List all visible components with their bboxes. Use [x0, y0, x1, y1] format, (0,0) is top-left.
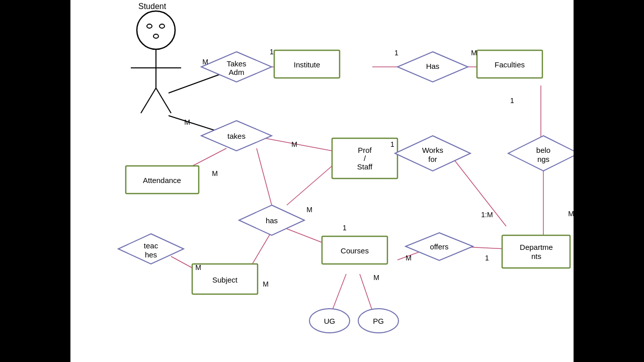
entity-attendance-label: Attendance	[143, 176, 181, 185]
card-m8: M	[406, 254, 412, 262]
card-1e: 1	[343, 224, 347, 232]
svg-line-26	[141, 88, 156, 113]
oval-pg-label: PG	[373, 317, 384, 325]
entity-subject-label: Subject	[212, 276, 238, 284]
card-m5: M	[306, 206, 312, 214]
svg-point-23	[153, 34, 158, 38]
card-m7: M	[568, 210, 574, 218]
rel-teaches-line2: hes	[145, 250, 157, 259]
card-1d: 1	[390, 140, 394, 148]
entity-institute-label: Institute	[294, 60, 320, 69]
rel-teaches-line1: teac	[144, 241, 158, 250]
card-m2: M	[184, 118, 190, 126]
svg-line-10	[450, 155, 506, 226]
card-m9: M	[195, 263, 201, 272]
entity-departments-line1: Departme	[520, 243, 553, 251]
card-m6: M	[373, 274, 379, 282]
svg-point-20	[137, 11, 175, 49]
rel-takes-label: takes	[227, 132, 246, 140]
rel-belongs-line2: ngs	[537, 155, 549, 163]
student-label: Student	[138, 2, 167, 11]
card-mb: M	[471, 49, 477, 57]
card-m4: M	[212, 169, 218, 177]
svg-line-27	[156, 88, 171, 113]
entity-prof-staff-line3: Staff	[357, 162, 373, 171]
entity-faculties-label: Faculties	[495, 60, 525, 69]
er-diagram-svg: Student Institute Faculties Prof / Staff…	[70, 0, 574, 362]
entity-courses-label: Courses	[341, 246, 369, 255]
rel-offers-label: offers	[430, 242, 448, 251]
er-diagram-canvas: Student Institute Faculties Prof / Staff…	[70, 0, 574, 362]
card-1c: 1	[510, 97, 514, 105]
entity-prof-staff-line1: Prof	[358, 146, 372, 154]
card-1m: 1:M	[481, 211, 493, 219]
card-1b: 1	[394, 49, 398, 57]
svg-point-21	[147, 24, 152, 28]
oval-ug-label: UG	[324, 317, 336, 325]
svg-line-0	[169, 73, 224, 93]
rel-has2-label: has	[266, 216, 278, 225]
svg-line-19	[360, 274, 372, 311]
svg-point-22	[159, 24, 165, 28]
rel-takes-adm-line1: Takes	[226, 59, 246, 68]
rel-takes-adm-line2: Adm	[229, 68, 245, 76]
rel-works-for-line2: for	[428, 155, 437, 163]
card-m10: M	[263, 280, 269, 288]
svg-line-11	[257, 148, 272, 205]
svg-line-18	[332, 274, 346, 311]
rel-has-label: Has	[426, 62, 440, 70]
card-1f: 1	[485, 254, 489, 262]
rel-works-for-line1: Works	[422, 146, 443, 154]
rel-belongs-line1: belo	[536, 146, 550, 154]
card-1a: 1	[270, 48, 274, 56]
svg-line-12	[287, 166, 332, 205]
entity-departments-line2: nts	[531, 252, 541, 260]
card-m3: M	[291, 140, 297, 148]
card-m1: M	[202, 58, 208, 66]
